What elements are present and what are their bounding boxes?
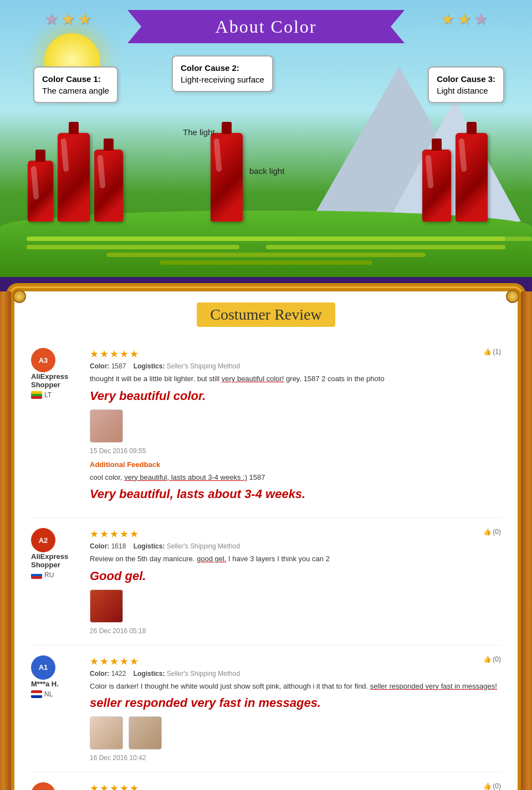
stars-row: ★ ★ ★ ★ ★ [90, 348, 501, 360]
review-highlight: seller responded very fast in messages. [90, 694, 501, 712]
reviewer-flag: NL [31, 690, 81, 698]
callout-cause1: Color Cause 1: The camera angle [33, 66, 118, 103]
star-filled-icon: ★ [130, 528, 139, 540]
thumbs-up-icon: 👍 [483, 348, 492, 356]
star-filled-icon: ★ [110, 782, 119, 790]
scene-label-light: The light [183, 127, 215, 137]
thumbs-up-icon: 👍 [483, 782, 492, 790]
review-thumb[interactable] [90, 589, 123, 623]
banner-title: About Color [216, 17, 317, 37]
nail-bottle [211, 133, 243, 222]
callout-cause2: Color Cause 2: Light-receiving surface [172, 55, 273, 92]
star-filled-icon: ★ [90, 655, 99, 668]
frame-bolt [506, 290, 519, 303]
star-filled-icon: ★ [110, 528, 119, 540]
callout-cause1-title: Color Cause 1: [42, 74, 101, 84]
review-content: ★ ★ ★ ★ ★ Color: Top Coat Logistics: Sel… [90, 782, 501, 790]
about-color-section: ★ ★ ★ About Color ★ ★ ★ Color Cause 1: T… [0, 0, 532, 277]
nail-bottle [456, 133, 488, 222]
review-thumbnails [90, 716, 501, 750]
thumbs-up-number: (1) [493, 348, 501, 356]
star-filled-icon: ★ [130, 348, 139, 360]
star-icon: ★ [61, 10, 75, 28]
review-date: 26 Dec 2016 05:18 [90, 627, 501, 635]
thumb-image [90, 410, 122, 442]
thumb-image [90, 590, 122, 622]
star-filled-icon: ★ [90, 528, 99, 540]
thumbs-up-count[interactable]: 👍 (0) [483, 655, 501, 663]
flag-icon [31, 391, 42, 399]
thumb-image [90, 717, 122, 749]
star-filled-icon: ★ [130, 782, 139, 790]
stars-row: ★ ★ ★ ★ ★ [90, 528, 501, 540]
review-text: thought it will be a little bit lighter.… [90, 373, 501, 405]
review-thumbnails [90, 409, 501, 443]
reviewer-info: AliExpressShopper RU [31, 552, 81, 579]
star-filled-icon: ★ [120, 348, 129, 360]
review-meta: Color: 1422 Logistics: Seller's Shipping… [90, 670, 501, 678]
flag-icon [31, 690, 42, 698]
review-section: Costumer Review A3 AliExpressShopper LT … [0, 277, 532, 790]
thumbs-up-icon: 👍 [483, 528, 492, 536]
reviewer-name: AliExpressShopper [31, 372, 81, 389]
nail-group-right [422, 133, 488, 222]
star-icon: ★ [44, 10, 58, 28]
reviewer-avatar: A2 [31, 528, 55, 552]
callout-cause3: Color Cause 3: Light distance [428, 66, 504, 103]
about-color-banner: About Color [127, 10, 405, 43]
thumbs-up-count[interactable]: 👍 (0) [483, 528, 501, 536]
nail-bottle [422, 150, 451, 222]
star-filled-icon: ★ [110, 655, 119, 668]
star-filled-icon: ★ [120, 655, 129, 668]
star-filled-icon: ★ [130, 655, 139, 668]
review-item: A1 AliExpressShopper LT ★ ★ ★ ★ ★ [31, 772, 501, 790]
star-filled-icon: ★ [120, 782, 129, 790]
review-date: 16 Dec 2016 10:42 [90, 754, 501, 762]
review-highlight: Very beautiful, lasts about 3-4 weeks. [90, 485, 501, 503]
thumbs-up-number: (0) [493, 655, 501, 663]
reviewer-flag: RU [31, 571, 81, 579]
additional-feedback-text: cool color, very beautiful, lasts about … [90, 472, 501, 504]
review-text: Color is darker! I thought he white woul… [90, 681, 501, 712]
thumb-image [129, 717, 161, 749]
review-item: A2 AliExpressShopper RU ★ ★ ★ ★ ★ [31, 518, 501, 645]
thumbs-up-count[interactable]: 👍 (0) [483, 782, 501, 790]
review-highlight: Good gel. [90, 567, 501, 585]
callout-cause2-desc: Light-receiving surface [181, 75, 264, 84]
banner-stars-left: ★ ★ ★ [44, 10, 91, 28]
country-code: LT [44, 391, 52, 399]
nail-group-center [211, 133, 243, 222]
avatar-label: A3 [39, 356, 48, 365]
reviewer-avatar: A1 [31, 655, 55, 680]
nail-bottle [28, 161, 53, 222]
callout-cause3-desc: Light distance [437, 86, 488, 95]
review-item: A3 AliExpressShopper LT ★ ★ ★ ★ ★ [31, 338, 501, 518]
reviewer-avatar: A3 [31, 348, 55, 372]
nail-bottle [58, 133, 90, 222]
review-thumb[interactable] [129, 716, 162, 750]
avatar-label: A2 [39, 536, 48, 545]
review-thumb[interactable] [90, 409, 123, 443]
thumbs-up-number: (0) [493, 782, 501, 790]
star-filled-icon: ★ [100, 782, 109, 790]
thumbs-up-icon: 👍 [483, 655, 492, 663]
review-highlight: Very beautiful color. [90, 387, 501, 405]
review-text: Review on the 5th day manicure. good gel… [90, 553, 501, 585]
reviewer-info: AliExpressShopper LT [31, 372, 81, 399]
star-filled-icon: ★ [100, 528, 109, 540]
nail-bottle [94, 150, 123, 222]
review-title: Costumer Review [197, 302, 335, 327]
thumbs-up-number: (0) [493, 528, 501, 536]
callout-cause2-title: Color Cause 2: [181, 63, 239, 73]
review-thumb[interactable] [90, 716, 123, 750]
review-date: 15 Dec 2016 09:55 [90, 447, 501, 455]
nail-group-left [28, 133, 123, 222]
thumbs-up-count[interactable]: 👍 (1) [483, 348, 501, 356]
review-content: ★ ★ ★ ★ ★ Color: 1618 Logistics: Seller'… [90, 528, 501, 635]
callout-cause3-title: Color Cause 3: [437, 74, 495, 84]
review-content: ★ ★ ★ ★ ★ Color: 1422 Logistics: Seller'… [90, 655, 501, 762]
stars-row: ★ ★ ★ ★ ★ [90, 655, 501, 668]
star-icon: ★ [441, 10, 454, 28]
review-title-wrapper: Costumer Review [31, 302, 501, 327]
avatar-label: A1 [39, 663, 48, 671]
